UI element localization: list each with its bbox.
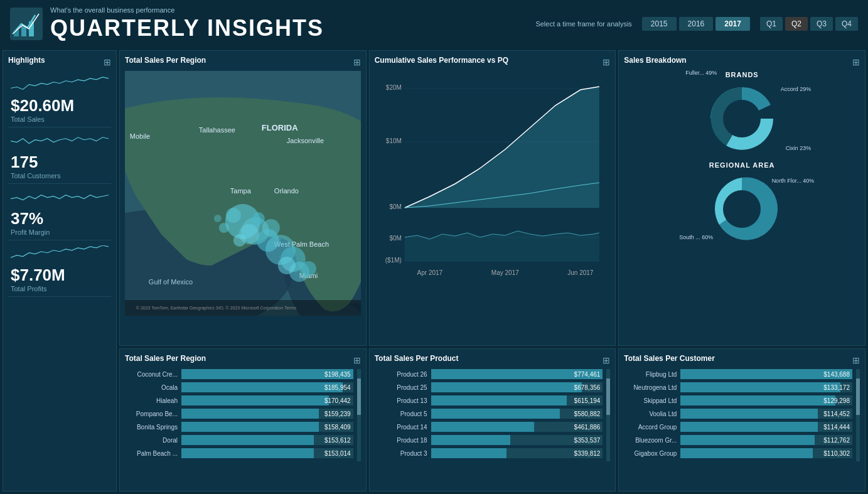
region-bar-fill-1: [181, 382, 343, 392]
timeframe-label: Select a time frame for analysis: [535, 20, 631, 28]
region-bar-filter-icon[interactable]: ⊞: [353, 355, 361, 365]
customer-bar-label-0: Flipbug Ltd: [624, 371, 680, 378]
customer-bar-track-2: $129,298: [680, 395, 852, 405]
region-bar-fill-6: [181, 448, 314, 458]
customer-bar-filter-icon[interactable]: ⊞: [852, 355, 860, 365]
region-bar-track-1: $185,954: [181, 382, 353, 392]
customer-scroll-thumb: [856, 379, 860, 416]
product-bar-fill-5: [431, 435, 510, 445]
product-bar-track-5: $353,537: [431, 435, 603, 445]
logo-icon: [10, 8, 43, 40]
customer-bar-value-1: $133,172: [823, 382, 850, 392]
customer-bar-value-3: $114,452: [823, 409, 850, 419]
product-bar-fill-4: [431, 422, 534, 432]
q2-button[interactable]: Q2: [785, 17, 808, 31]
product-bar-label-3: Product 5: [375, 411, 431, 417]
product-bar-row-5: Product 18 $353,537: [375, 435, 603, 445]
region-bar-fill-3: [181, 409, 319, 419]
customer-bar-value-0: $143,688: [823, 369, 850, 379]
sparkline-0: [11, 76, 109, 94]
cumulative-filter-icon[interactable]: ⊞: [603, 57, 610, 67]
year-2017-button[interactable]: 2017: [715, 17, 750, 31]
svg-marker-46: [404, 231, 599, 261]
region-bar-track-5: $153,612: [181, 435, 353, 445]
region-bar-value-0: $198,435: [324, 369, 351, 379]
product-bar-label-5: Product 18: [375, 437, 431, 444]
highlight-label-0: Total Sales: [11, 115, 109, 123]
region-bar-label-2: Hialeah: [125, 397, 181, 404]
product-scrollbar[interactable]: [606, 369, 610, 461]
year-2016-button[interactable]: 2016: [679, 17, 714, 31]
product-bar-track-3: $580,882: [431, 409, 603, 419]
region-bar-row-0: Coconut Cre... $198,435: [125, 369, 353, 379]
svg-point-51: [723, 190, 761, 228]
product-bar-value-5: $353,537: [574, 435, 601, 445]
highlights-filter-icon[interactable]: ⊞: [104, 57, 111, 67]
region-scrollbar[interactable]: [357, 369, 361, 461]
product-bar-label-4: Product 14: [375, 424, 431, 431]
svg-text:Gulf of Mexico: Gulf of Mexico: [149, 278, 193, 286]
customer-bar-chart: Flipbug Ltd $143,688 Neutrogena Ltd $133…: [624, 369, 860, 461]
cumulative-title: Cumulative Sales Performance vs PQ: [375, 56, 508, 65]
product-bar-fill-2: [431, 395, 567, 405]
product-bar-filter-icon[interactable]: ⊞: [603, 355, 610, 365]
breakdown-title: Sales Breakdown: [624, 56, 686, 65]
q4-button[interactable]: Q4: [835, 17, 858, 31]
product-bar-fill-1: [431, 382, 582, 392]
year-2015-button[interactable]: 2015: [642, 17, 677, 31]
svg-text:Mobile: Mobile: [130, 132, 150, 140]
map-filter-icon[interactable]: ⊞: [353, 57, 361, 67]
region-bar-value-2: $170,442: [324, 395, 351, 405]
q1-button[interactable]: Q1: [760, 17, 783, 31]
region-bar-track-3: $159,239: [181, 409, 353, 419]
region-bar-title: Total Sales Per Region: [125, 354, 206, 363]
line-chart: $20M $10M $0M $0M ($1M): [375, 71, 611, 284]
region-label-north: North Flor... 40%: [772, 178, 815, 184]
customer-bar-fill-4: [680, 422, 818, 432]
product-bar-track-4: $461,886: [431, 422, 603, 432]
customer-bar-row-2: Skippad Ltd $129,298: [624, 395, 852, 405]
q3-button[interactable]: Q3: [810, 17, 833, 31]
region-bar-value-4: $158,409: [324, 422, 351, 432]
region-bar-value-1: $185,954: [324, 382, 351, 392]
svg-point-22: [278, 257, 296, 274]
regional-title: REGIONAL AREA: [624, 161, 860, 169]
region-bar-row-4: Bonita Springs $158,409: [125, 422, 353, 432]
product-bar-row-0: Product 26 $774,461: [375, 369, 603, 379]
region-bar-panel: Total Sales Per Region ⊞ Coconut Cre... …: [119, 348, 367, 491]
product-bar-value-3: $580,882: [574, 409, 601, 419]
svg-text:Jun 2017: Jun 2017: [567, 269, 594, 276]
region-bar-row-6: Palm Beach ... $153,014: [125, 448, 353, 458]
region-bar-value-3: $159,239: [324, 409, 351, 419]
product-bar-row-4: Product 14 $461,886: [375, 422, 603, 432]
customer-scrollbar[interactable]: [856, 369, 860, 461]
breakdown-filter-icon[interactable]: ⊞: [852, 57, 860, 67]
regional-donut-chart: [704, 171, 780, 247]
product-bar-row-3: Product 5 $580,882: [375, 409, 603, 419]
customer-bar-value-4: $114,444: [823, 422, 850, 432]
region-bar-row-3: Pompano Be... $159,239: [125, 409, 353, 419]
customer-bar-label-6: Gigabox Group: [624, 450, 680, 457]
customer-bar-track-6: $110,302: [680, 448, 852, 458]
cumulative-panel: Cumulative Sales Performance vs PQ ⊞ $20…: [369, 50, 616, 346]
svg-text:Apr 2017: Apr 2017: [417, 269, 442, 276]
customer-bar-title: Total Sales Per Customer: [624, 354, 715, 363]
quarter-buttons: Q1 Q2 Q3 Q4: [760, 17, 858, 31]
customer-bar-track-4: $114,444: [680, 422, 852, 432]
region-bar-row-1: Ocala $185,954: [125, 382, 353, 392]
svg-rect-2: [21, 26, 26, 36]
highlight-label-2: Profit Margin: [11, 228, 109, 236]
highlight-value-1: 175: [11, 153, 109, 172]
product-bar-label-2: Product 13: [375, 397, 431, 404]
region-bar-track-6: $153,014: [181, 448, 353, 458]
svg-point-26: [262, 219, 280, 237]
product-bar-track-6: $339,812: [431, 448, 603, 458]
customer-bar-label-1: Neutrogena Ltd: [624, 384, 680, 391]
customer-bar-row-1: Neutrogena Ltd $133,172: [624, 382, 852, 392]
header-title: QUARTERLY INSIGHTS: [50, 15, 535, 41]
customer-bar-row-5: Bluezoom Gr... $112,762: [624, 435, 852, 445]
brands-donut-chart: [704, 81, 780, 156]
highlight-value-3: $7.70M: [11, 266, 109, 285]
region-bar-fill-4: [181, 422, 319, 432]
product-bar-chart: Product 26 $774,461 Product 25 $678,356 …: [375, 369, 611, 461]
